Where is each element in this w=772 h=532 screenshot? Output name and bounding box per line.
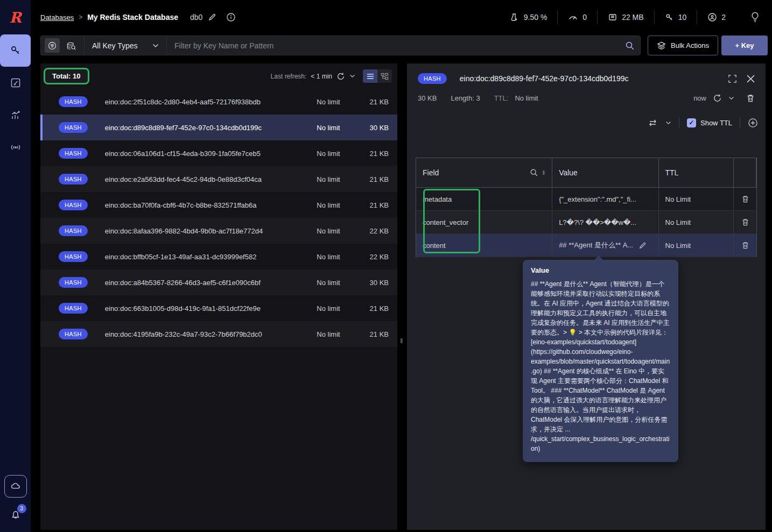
pubsub-icon [9,141,22,153]
key-list-row[interactable]: HASH eino:doc:ba70f0fa-cbf6-4b7c-b8be-83… [40,192,397,218]
field-search-icon[interactable] [530,168,538,177]
workbench-icon [10,77,22,89]
list-view-button[interactable] [363,69,377,83]
chevron-down-icon [152,44,159,48]
keys-count-icon [665,13,674,22]
panel-resize-handle[interactable]: ‖ [397,63,407,530]
refresh-key-button[interactable] [713,94,722,103]
fields-table-header: Field ‖ Value TTL [416,158,756,188]
key-list-row[interactable]: HASH eino:doc:e2a563dd-fec4-45c2-94db-0e… [40,166,397,192]
field-ttl[interactable]: No Limit [665,242,691,250]
cpu-icon [510,12,520,22]
search-by-values-button[interactable] [64,38,79,53]
key-type-dropdown[interactable]: All Key Types [85,36,166,55]
search-icon[interactable] [625,41,635,51]
field-ttl[interactable]: No Limit [665,195,691,203]
key-ttl: No limit [312,330,345,338]
connected-clients-value: 2 [721,13,726,22]
column-resize-handle[interactable]: ‖ [543,169,546,176]
tree-view-button[interactable] [377,69,392,83]
add-field-button[interactable] [748,118,758,128]
breadcrumb-databases-link[interactable]: Databases [40,13,74,22]
key-detail-meta: 30 KB Length: 3 TTL: No limit now [407,84,766,103]
key-list-header: Total: 10 Last refresh: < 1 min [40,63,397,89]
field-value[interactable]: {"_extension":".md","_fi... [559,195,636,203]
detail-key-size: 30 KB [418,94,437,102]
key-list-panel: Total: 10 Last refresh: < 1 min [40,63,397,530]
stat-connected-clients: 2 [697,12,736,22]
refresh-keys-button[interactable] [336,72,345,81]
key-size: 21 KB [370,98,389,106]
nav-browser[interactable] [0,34,31,67]
delete-field-icon[interactable] [741,218,749,226]
fullscreen-icon[interactable] [728,74,737,83]
key-list-row[interactable]: HASH eino:doc:a84b5367-8266-46d3-aef5-c6… [40,269,397,295]
key-ttl: No limit [312,227,345,235]
field-row[interactable]: content_vector L?�?\? ��>��w�... No Limi… [416,211,756,234]
key-list-row[interactable]: HASH eino:doc:bffb05cf-1e13-49af-aa31-dc… [40,244,397,269]
db-info-icon[interactable] [226,12,236,22]
stat-commands-per-sec: 0 [558,12,597,22]
last-refresh-value: < 1 min [311,73,332,80]
field-ttl[interactable]: No Limit [665,218,691,226]
refresh-key-chevron-icon[interactable] [728,96,734,100]
nav-analytics[interactable] [0,99,31,131]
formatter-swap-icon[interactable] [648,119,658,127]
filter-by-key-type-button[interactable] [45,38,60,53]
delete-field-icon[interactable] [741,241,749,250]
key-list-row[interactable]: HASH eino:doc:8afaa396-9882-4bd4-9b0b-ac… [40,218,397,244]
cpu-value: 9.50 % [524,13,548,22]
field-row[interactable]: metadata {"_extension":".md","_fi... No … [416,188,756,211]
field-value[interactable]: L?�?\? ��>��w�... [559,218,636,226]
key-type-badge: HASH [59,277,88,288]
detail-key-name[interactable]: eino:doc:d89c8d89-fef7-452e-97c0-134cdb0… [460,74,629,83]
key-type-badge: HASH [59,174,88,185]
detail-refreshed-ago: now [693,94,706,102]
field-row[interactable]: content ## **Agent 是什么** A... No Limit [416,234,756,257]
top-header: Databases > My Redis Stack Database db0 … [31,0,772,34]
key-list-row[interactable]: HASH eino:doc:d89c8d89-fef7-452e-97c0-13… [40,115,397,140]
edit-value-icon[interactable] [638,242,647,250]
detail-ttl-value[interactable]: No limit [515,94,538,102]
field-column-header: Field [423,168,439,177]
key-list-row[interactable]: HASH eino:doc:4195fa9b-232c-49a7-93c2-7b… [40,321,397,347]
refresh-settings-chevron-icon[interactable] [349,74,355,78]
memory-icon [608,12,617,22]
edit-db-alias-button[interactable] [208,13,216,22]
show-ttl-checkbox[interactable]: ✓ [687,118,696,127]
bulk-actions-button[interactable]: Bulk Actions [648,36,718,55]
formatter-chevron-icon[interactable] [665,121,671,125]
delete-key-button[interactable] [746,94,755,103]
field-value[interactable]: ## **Agent 是什么** A... [559,240,633,250]
key-list-row[interactable]: HASH eino:doc:2f51c8dc-2d80-4eb4-aaf5-72… [40,89,397,115]
show-ttl-toggle[interactable]: ✓ Show TTL [687,118,732,127]
key-size: 21 KB [370,201,389,209]
key-ttl: No limit [312,304,345,313]
nav-pubsub[interactable] [0,131,31,164]
total-keys-value: 10 [678,13,687,22]
field-name: content_vector [423,218,468,226]
key-size: 21 KB [370,304,389,313]
breadcrumb-separator: > [79,13,82,21]
insights-trigger[interactable] [736,11,764,23]
nav-workbench[interactable] [0,67,31,99]
key-type-badge: HASH [59,303,88,314]
key-search-input[interactable] [167,36,625,55]
breadcrumb-current-database: My Redis Stack Database [87,13,178,22]
key-name: eino:doc:8afaa396-9882-4bd4-9b0b-ac7f18e… [105,227,263,235]
key-type-badge: HASH [59,329,88,339]
nav-notifications[interactable]: 3 [10,508,22,520]
nav-cloud[interactable] [4,475,27,498]
close-icon[interactable] [747,75,755,83]
key-list-row[interactable]: HASH eino:doc:663b1005-d98d-419c-9fa1-85… [40,295,397,321]
value-column-header: Value [559,168,578,177]
add-key-button[interactable]: + Key [721,36,768,55]
key-name: eino:doc:d89c8d89-fef7-452e-97c0-134cdb0… [105,124,262,132]
fields-table-body: metadata {"_extension":".md","_fi... No … [416,188,756,257]
key-size: 21 KB [370,330,389,338]
key-size: 21 KB [370,175,389,183]
key-list-row[interactable]: HASH eino:doc:06a106d1-cf15-4eda-b309-1f… [40,140,397,166]
key-ttl: No limit [312,98,345,106]
delete-field-icon[interactable] [741,195,749,203]
bulk-actions-label: Bulk Actions [671,41,709,49]
